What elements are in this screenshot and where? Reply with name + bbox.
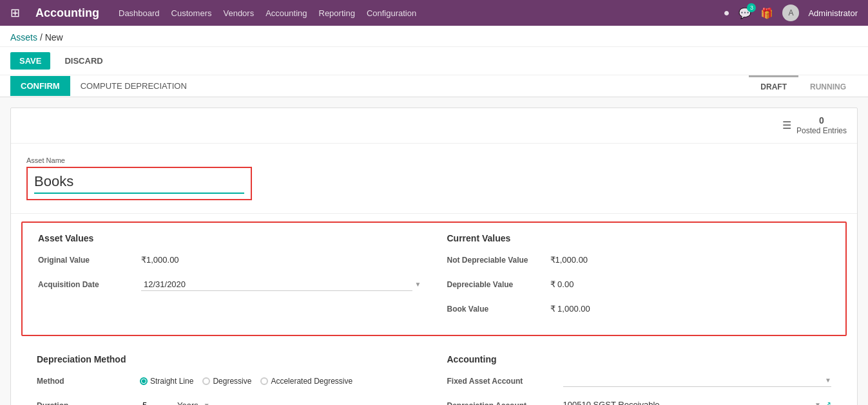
list-icon: ☰ — [782, 119, 791, 131]
duration-label: Duration — [37, 401, 140, 405]
depreciable-value-row: Depreciable Value ₹ 0.00 — [447, 276, 831, 294]
avatar[interactable]: A — [782, 5, 799, 21]
book-value-label: Book Value — [447, 305, 550, 314]
method-label: Method — [37, 377, 140, 386]
method-accelerated-label: Accelerated Degressive — [271, 377, 352, 386]
save-button[interactable]: SAVE — [10, 52, 50, 70]
posted-entries-count: 0 — [796, 115, 847, 126]
acquisition-date-input[interactable] — [141, 278, 412, 291]
original-value-label: Original Value — [38, 256, 141, 265]
fixed-asset-select[interactable] — [563, 375, 822, 385]
page: Assets / New SAVE DISCARD CONFIRM COMPUT… — [0, 26, 868, 405]
nav-reporting[interactable]: Reporting — [319, 8, 355, 18]
content-area: ☰ 0 Posted Entries Asset Name Asset — [0, 97, 868, 405]
depreciation-account-row: Depreciation Account 100510 SGST Receiva… — [447, 397, 832, 405]
nav-customers[interactable]: Customers — [171, 8, 212, 18]
asset-name-box — [26, 167, 252, 200]
breadcrumb: Assets / New — [0, 26, 868, 47]
main-card: ☰ 0 Posted Entries Asset Name Asset — [10, 108, 858, 405]
asset-name-section: Asset Name — [11, 144, 857, 214]
breadcrumb-current: New — [45, 32, 63, 42]
depreciation-method-col: Depreciation Method Method Straight Line… — [37, 354, 421, 405]
fixed-asset-label: Fixed Asset Account — [447, 377, 563, 386]
method-degressive[interactable]: Degressive — [202, 377, 251, 386]
status-pills: DRAFT RUNNING — [749, 75, 858, 97]
nav-configuration[interactable]: Configuration — [367, 8, 416, 18]
topnav-right: ● 💬 3 🎁 A Administrator — [724, 5, 858, 21]
duration-unit: Years — [177, 400, 198, 405]
accounting-title: Accounting — [447, 354, 832, 364]
depreciation-account-select-wrap: 100510 SGST Receivable ▼ ↗ — [563, 400, 832, 405]
not-depreciable-row: Not Depreciable Value ₹1,000.00 — [447, 251, 831, 269]
depreciable-value: ₹ 0.00 — [550, 279, 831, 289]
accounting-col: Accounting Fixed Asset Account ▼ Depreci… — [447, 354, 832, 405]
notification-badge: 3 — [747, 3, 756, 12]
acquisition-date-select-row: ▼ — [141, 278, 421, 291]
compute-depreciation-button[interactable]: COMPUTE DEPRECIATION — [70, 76, 197, 96]
depreciation-account-label: Depreciation Account — [447, 401, 563, 405]
posted-entries-label: Posted Entries — [796, 126, 847, 135]
fixed-asset-row: Fixed Asset Account ▼ — [447, 372, 832, 390]
posted-entries-widget[interactable]: ☰ 0 Posted Entries — [782, 115, 847, 137]
clock-icon[interactable]: ● — [724, 7, 730, 19]
duration-row: Duration Years ▼ — [37, 397, 421, 405]
asset-values-title: Asset Values — [38, 233, 421, 243]
chat-icon[interactable]: 💬 3 — [738, 7, 751, 19]
radio-dot-straight — [140, 377, 148, 385]
nav-accounting[interactable]: Accounting — [265, 8, 307, 18]
method-degressive-label: Degressive — [213, 377, 251, 386]
not-depreciable-value: ₹1,000.00 — [550, 255, 831, 265]
acquisition-date-arrow[interactable]: ▼ — [415, 281, 421, 288]
status-bar: CONFIRM COMPUTE DEPRECIATION DRAFT RUNNI… — [0, 75, 868, 97]
status-running[interactable]: RUNNING — [798, 75, 858, 97]
method-radio-group: Straight Line Degressive Accelerated Deg… — [140, 377, 421, 386]
original-value: ₹1,000.00 — [141, 255, 421, 265]
duration-input[interactable] — [140, 399, 172, 405]
fixed-asset-select-wrap: ▼ — [563, 375, 832, 387]
not-depreciable-label: Not Depreciable Value — [447, 256, 550, 265]
current-values-title: Current Values — [447, 233, 831, 243]
brand-title: Accounting — [35, 6, 99, 20]
asset-values-col: Asset Values Original Value ₹1,000.00 Ac… — [38, 233, 421, 325]
depreciable-value-label: Depreciable Value — [447, 280, 550, 289]
method-row: Method Straight Line Degressive — [37, 372, 421, 390]
acquisition-date-row: Acquisition Date ▼ — [38, 276, 421, 294]
posted-entries-row: ☰ 0 Posted Entries — [11, 108, 857, 144]
asset-values-section: Asset Values Original Value ₹1,000.00 Ac… — [21, 221, 847, 336]
acquisition-date-label: Acquisition Date — [38, 280, 141, 289]
method-accelerated[interactable]: Accelerated Degressive — [260, 377, 352, 386]
gift-icon[interactable]: 🎁 — [760, 7, 773, 19]
book-value-row: Book Value ₹ 1,000.00 — [447, 300, 831, 318]
grid-menu-icon[interactable]: ⊞ — [10, 6, 20, 20]
status-draft[interactable]: DRAFT — [749, 75, 798, 97]
radio-dot-degressive — [202, 377, 210, 385]
depreciation-title: Depreciation Method — [37, 354, 421, 364]
duration-unit-arrow[interactable]: ▼ — [204, 402, 210, 405]
breadcrumb-parent[interactable]: Assets — [10, 32, 37, 42]
top-navigation: ⊞ Accounting Dashboard Customers Vendors… — [0, 0, 868, 26]
action-row: SAVE DISCARD — [0, 47, 868, 75]
nav-links: Dashboard Customers Vendors Accounting R… — [119, 8, 711, 18]
method-straight-line[interactable]: Straight Line — [140, 377, 193, 386]
depreciation-account-ext-link[interactable]: ↗ — [825, 400, 831, 405]
depreciation-account-select[interactable]: 100510 SGST Receivable — [563, 400, 811, 405]
nav-vendors[interactable]: Vendors — [223, 8, 254, 18]
duration-input-row: Years ▼ — [140, 399, 421, 405]
asset-name-label: Asset Name — [26, 156, 842, 164]
original-value-row: Original Value ₹1,000.00 — [38, 251, 421, 269]
fixed-asset-arrow[interactable]: ▼ — [825, 377, 831, 384]
username[interactable]: Administrator — [808, 8, 858, 18]
current-values-col: Current Values Not Depreciable Value ₹1,… — [447, 233, 831, 325]
asset-name-input[interactable] — [34, 173, 244, 194]
nav-dashboard[interactable]: Dashboard — [119, 8, 160, 18]
confirm-button[interactable]: CONFIRM — [10, 76, 70, 96]
breadcrumb-separator: / — [40, 32, 45, 42]
method-straight-label: Straight Line — [150, 377, 193, 386]
posted-entries-text: 0 Posted Entries — [796, 115, 847, 137]
radio-dot-accelerated — [260, 377, 268, 385]
book-value: ₹ 1,000.00 — [550, 304, 831, 314]
depreciation-account-arrow[interactable]: ▼ — [815, 401, 821, 405]
discard-button[interactable]: DISCARD — [55, 52, 111, 70]
depreciation-accounting-section: Depreciation Method Method Straight Line… — [21, 344, 847, 405]
